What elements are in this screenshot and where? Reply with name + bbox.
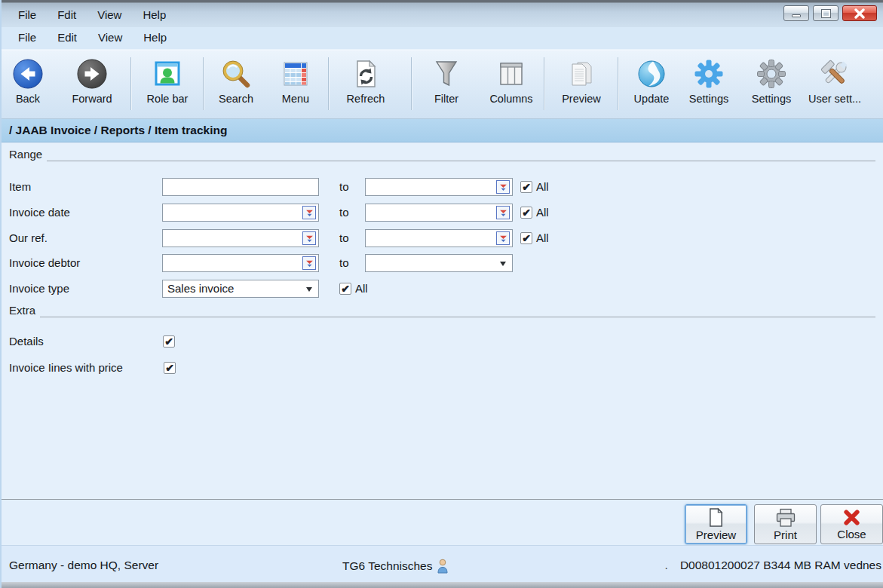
invoice-debtor-from-lookup-button[interactable] — [302, 256, 316, 270]
gear-gray-icon — [741, 56, 802, 92]
menu-view[interactable]: View — [87, 28, 133, 48]
our-ref-to-lookup-button[interactable] — [496, 231, 510, 245]
item-label: Item — [9, 178, 31, 196]
window-bottom-edge — [2, 582, 883, 588]
maximize-button[interactable] — [813, 5, 839, 21]
breadcrumb: / JAAB Invoice / Reports / Item tracking — [2, 119, 883, 142]
invoice-debtor-to-dropdown[interactable] — [365, 254, 513, 272]
item-to-lookup-button[interactable] — [496, 180, 510, 194]
invoice-debtor-from-input[interactable] — [162, 254, 319, 272]
maximize-icon — [822, 10, 830, 17]
update-icon — [621, 56, 682, 92]
toolbar-separator — [203, 57, 204, 110]
preview-toolbar-button[interactable]: Preview — [550, 56, 613, 115]
filter-icon — [416, 56, 477, 92]
invoice-type-dropdown[interactable]: Sales invoice — [162, 280, 319, 298]
columns-icon — [480, 56, 543, 92]
search-button[interactable]: Search — [207, 56, 265, 115]
settings-blue-button[interactable]: Settings — [679, 56, 739, 115]
invoice-debtor-label: Invoice debtor — [9, 254, 80, 272]
item-from-input[interactable] — [162, 178, 319, 196]
title-menu-help[interactable]: Help — [132, 5, 176, 27]
our-ref-to-input[interactable] — [365, 229, 513, 247]
status-bar: Germany - demo HQ, Server TG6 Technische… — [2, 545, 883, 582]
toolbar-separator — [130, 57, 131, 110]
toolbar-separator — [544, 57, 544, 110]
item-to-label: to — [339, 178, 349, 196]
chevron-down-icon — [306, 287, 312, 292]
menu-file[interactable]: File — [8, 28, 47, 48]
title-menu-view[interactable]: View — [87, 5, 132, 27]
extra-group-title: Extra — [9, 304, 35, 317]
title-menu-file[interactable]: File — [8, 5, 47, 27]
print-button[interactable]: Print — [754, 504, 817, 544]
lookup-icon — [305, 209, 314, 217]
columns-button[interactable]: Columns — [480, 56, 543, 115]
menu-grid-icon — [267, 56, 324, 92]
lookup-icon — [499, 234, 507, 243]
details-checkbox[interactable]: ✔ — [163, 335, 175, 348]
app-window: File Fdit View Help File Edit View Help — [0, 0, 883, 588]
chevron-down-icon — [500, 262, 506, 266]
invoice-lines-checkbox[interactable]: ✔ — [164, 362, 176, 374]
menu-button[interactable]: Menu — [267, 56, 324, 115]
toolbar-separator — [411, 57, 412, 110]
invoice-debtor-to-label: to — [339, 254, 349, 272]
title-menubar: File Fdit View Help — [2, 0, 883, 27]
our-ref-all-checkbox[interactable]: ✔ — [520, 232, 532, 244]
forward-button[interactable]: Forward — [59, 56, 125, 115]
our-ref-from-lookup-button[interactable] — [302, 231, 316, 245]
tools-icon — [801, 56, 869, 92]
menubar: File Edit View Help — [2, 27, 883, 50]
invoice-type-all-checkbox[interactable]: ✔ — [339, 283, 351, 295]
our-ref-all-label: All — [536, 229, 549, 247]
invoice-date-from-input[interactable] — [162, 204, 319, 222]
range-group-title: Range — [9, 148, 42, 161]
menu-edit[interactable]: Edit — [47, 28, 87, 48]
invoice-date-to-lookup-button[interactable] — [496, 206, 510, 219]
user-icon — [437, 559, 449, 574]
refresh-button[interactable]: Refrech — [334, 56, 397, 115]
window-controls — [783, 5, 877, 21]
extra-group-line — [40, 317, 875, 317]
toolbar-separator — [618, 57, 618, 110]
toolbar: Back Forward Role b — [2, 50, 883, 119]
lookup-icon — [499, 209, 507, 217]
minimize-icon — [792, 14, 801, 17]
role-bar-icon — [136, 56, 199, 92]
role-bar-button[interactable]: Role bar — [136, 56, 199, 115]
close-button[interactable]: Close — [820, 504, 883, 544]
status-user: TG6 Technisches — [342, 559, 449, 574]
title-menu-edit[interactable]: Fdit — [47, 5, 87, 27]
invoice-lines-label: Invoice Iines with price — [9, 359, 123, 377]
range-group-line — [47, 161, 875, 161]
filter-button[interactable]: Filter — [416, 56, 477, 115]
menu-help[interactable]: Help — [133, 28, 177, 48]
invoice-date-from-lookup-button[interactable] — [302, 206, 316, 219]
invoice-date-all-checkbox[interactable]: ✔ — [520, 207, 532, 219]
details-label: Details — [9, 332, 44, 351]
user-settings-button[interactable]: User sett... — [801, 56, 869, 115]
lookup-icon — [305, 234, 314, 243]
preview-button[interactable]: Preview — [685, 504, 747, 544]
minimize-button[interactable] — [783, 5, 809, 21]
settings-gray-button[interactable]: Settings — [741, 56, 802, 115]
close-window-button[interactable] — [842, 5, 877, 21]
form-area: Range Item to ✔ All Invoice date to ✔ Al… — [2, 142, 883, 500]
status-system-info: .D00801200027 B344 MB RAM vednes — [665, 559, 881, 572]
item-all-checkbox[interactable]: ✔ — [520, 181, 532, 193]
close-x-icon — [842, 508, 861, 527]
our-ref-from-input[interactable] — [162, 229, 319, 247]
printer-icon — [774, 508, 797, 528]
toolbar-separator — [328, 57, 329, 110]
back-button[interactable]: Back — [2, 56, 54, 115]
status-company: Germany - demo HQ, Server — [9, 559, 158, 572]
preview-page-icon — [707, 507, 725, 528]
item-to-input[interactable] — [365, 178, 513, 196]
lookup-icon — [305, 259, 314, 268]
item-all-label: All — [536, 178, 549, 196]
update-button[interactable]: Update — [621, 56, 682, 115]
our-ref-to-label: to — [339, 229, 349, 247]
invoice-date-to-input[interactable] — [365, 204, 513, 222]
back-icon — [2, 56, 54, 92]
